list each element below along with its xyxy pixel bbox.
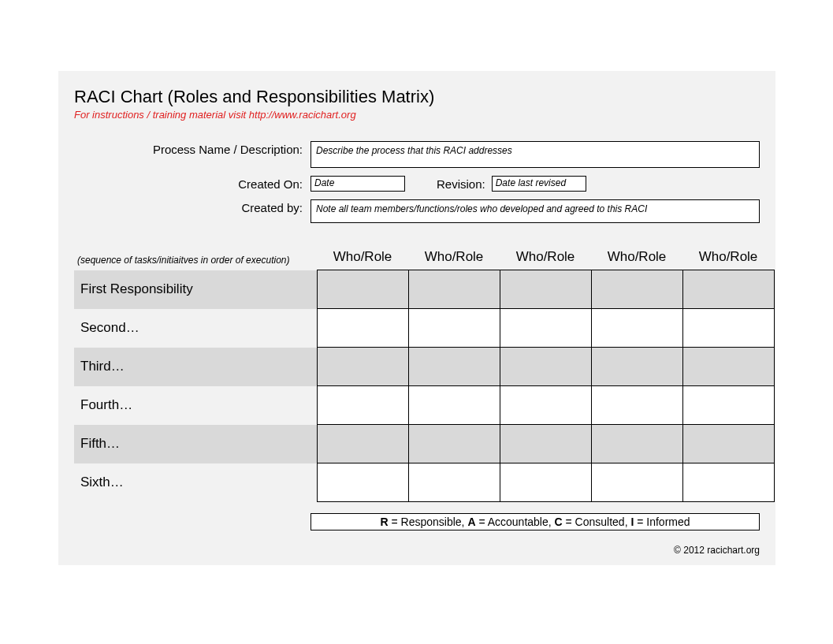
legend-r-key: R	[380, 516, 388, 528]
role-header-1: Who/Role	[317, 248, 408, 270]
created-by-label: Created by:	[74, 199, 311, 214]
legend-c-val: = Consulted,	[563, 516, 631, 528]
raci-cell[interactable]	[317, 348, 408, 386]
created-on-field[interactable]: Date	[311, 176, 405, 192]
revision-field[interactable]: Date last revised	[492, 176, 586, 192]
table-row: First Responsibility	[74, 270, 774, 309]
copyright: © 2012 racichart.org	[74, 545, 760, 556]
raci-legend: R = Responsible, A = Accountable, C = Co…	[311, 513, 760, 530]
raci-cell[interactable]	[591, 425, 682, 463]
raci-cell[interactable]	[500, 386, 591, 425]
raci-cell[interactable]	[408, 348, 500, 386]
raci-cell[interactable]	[682, 425, 774, 463]
raci-cell[interactable]	[682, 348, 774, 386]
raci-cell[interactable]	[682, 309, 774, 348]
raci-cell[interactable]	[591, 309, 682, 348]
role-header-4: Who/Role	[591, 248, 682, 270]
raci-cell[interactable]	[591, 270, 682, 309]
raci-cell[interactable]	[317, 386, 408, 425]
revision-label: Revision:	[405, 176, 492, 191]
raci-cell[interactable]	[500, 309, 591, 348]
created-by-field[interactable]: Note all team members/functions/roles wh…	[311, 199, 760, 223]
task-label: Second…	[74, 309, 317, 348]
raci-cell[interactable]	[500, 348, 591, 386]
table-row: Fourth…	[74, 386, 774, 425]
table-row: Third…	[74, 348, 774, 386]
task-label: Fifth…	[74, 425, 317, 463]
created-on-label: Created On:	[74, 176, 311, 191]
task-label: First Responsibility	[74, 270, 317, 309]
raci-cell[interactable]	[317, 463, 408, 502]
raci-cell[interactable]	[408, 270, 500, 309]
legend-i-val: = Informed	[634, 516, 690, 528]
raci-cell[interactable]	[591, 348, 682, 386]
process-name-label: Process Name / Description:	[74, 141, 311, 156]
raci-cell[interactable]	[682, 463, 774, 502]
table-row: Second…	[74, 309, 774, 348]
raci-matrix: (sequence of tasks/initiaitves in order …	[74, 248, 775, 502]
raci-cell[interactable]	[500, 463, 591, 502]
raci-cell[interactable]	[500, 425, 591, 463]
task-sequence-header: (sequence of tasks/initiaitves in order …	[74, 248, 317, 270]
role-header-2: Who/Role	[408, 248, 500, 270]
task-label: Third…	[74, 348, 317, 386]
raci-cell[interactable]	[682, 386, 774, 425]
task-label: Sixth…	[74, 463, 317, 502]
raci-cell[interactable]	[408, 463, 500, 502]
process-name-field[interactable]: Describe the process that this RACI addr…	[311, 141, 760, 168]
table-row: Fifth…	[74, 425, 774, 463]
raci-sheet: RACI Chart (Roles and Responsibilities M…	[58, 71, 775, 565]
legend-c-key: C	[555, 516, 563, 528]
raci-cell[interactable]	[682, 270, 774, 309]
raci-cell[interactable]	[591, 463, 682, 502]
raci-cell[interactable]	[408, 386, 500, 425]
legend-a-val: = Accountable,	[476, 516, 555, 528]
role-header-3: Who/Role	[500, 248, 591, 270]
task-label: Fourth…	[74, 386, 317, 425]
raci-cell[interactable]	[317, 425, 408, 463]
legend-a-key: A	[467, 516, 475, 528]
raci-cell[interactable]	[408, 309, 500, 348]
raci-cell[interactable]	[500, 270, 591, 309]
role-header-5: Who/Role	[682, 248, 774, 270]
raci-cell[interactable]	[317, 270, 408, 309]
page-title: RACI Chart (Roles and Responsibilities M…	[74, 87, 760, 107]
legend-r-val: = Responsible,	[389, 516, 468, 528]
raci-cell[interactable]	[317, 309, 408, 348]
raci-cell[interactable]	[408, 425, 500, 463]
table-row: Sixth…	[74, 463, 774, 502]
raci-cell[interactable]	[591, 386, 682, 425]
page-subtitle: For instructions / training material vis…	[74, 109, 760, 121]
